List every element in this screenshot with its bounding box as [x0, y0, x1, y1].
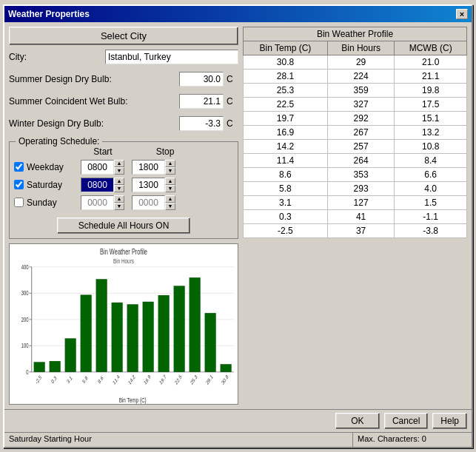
city-row: City:	[9, 50, 238, 64]
saturday-start-input[interactable]	[81, 178, 114, 192]
weekday-checkbox-label: Weekday	[14, 162, 81, 172]
table-row: 11.42648.4	[244, 153, 467, 167]
svg-rect-42	[205, 313, 216, 371]
content-area: Select City City: Summer Design Dry Bulb…	[4, 22, 472, 409]
sunday-stop-input[interactable]	[132, 195, 165, 210]
saturday-stop-spinner: ▲ ▼	[132, 178, 175, 192]
status-left: Saturday Starting Hour	[4, 433, 353, 447]
table-row: 0.341-1.1	[244, 209, 467, 223]
svg-text:200: 200	[21, 315, 29, 323]
table-row: 28.122421.1	[244, 69, 467, 83]
svg-rect-32	[127, 304, 138, 371]
svg-rect-36	[158, 295, 170, 372]
svg-rect-28	[96, 279, 107, 371]
weekday-stop-spinner: ▲ ▼	[132, 160, 175, 175]
table-row: 3.11271.5	[244, 195, 467, 209]
weekday-row: Weekday ▲ ▼ ▲ ▼	[14, 160, 233, 175]
summer-dry-bulb-label: Summer Design Dry Bulb:	[9, 74, 179, 84]
status-right: Max. Characters: 0	[353, 433, 472, 447]
saturday-label: Saturday	[27, 180, 62, 190]
summer-dry-bulb-input[interactable]	[179, 72, 224, 87]
table-cell-bin_hours: 359	[327, 83, 394, 97]
saturday-start-down-btn[interactable]: ▼	[114, 185, 124, 192]
close-button[interactable]: ×	[456, 9, 468, 19]
sunday-row: Sunday ▲ ▼ ▲ ▼	[14, 195, 233, 210]
winter-dry-bulb-input[interactable]	[179, 116, 224, 131]
table-cell-bin_temp: 19.7	[244, 111, 328, 125]
bin-weather-chart: Bin Weather ProfileBin Hours010020030040…	[10, 244, 238, 404]
table-cell-bin_temp: 16.9	[244, 125, 328, 139]
weekday-label: Weekday	[27, 162, 64, 172]
winter-dry-bulb-label: Winter Design Dry Bulb:	[9, 118, 179, 129]
window-title: Weather Properties	[8, 9, 90, 19]
saturday-stop-up-btn[interactable]: ▲	[165, 178, 175, 185]
cancel-button[interactable]: Cancel	[384, 413, 428, 429]
weekday-checkbox[interactable]	[14, 162, 24, 172]
col-header-bin-hours: Bin Hours	[327, 41, 394, 55]
table-cell-bin_hours: 29	[327, 55, 394, 69]
summer-wet-bulb-input[interactable]	[179, 94, 224, 109]
sunday-start-input[interactable]	[81, 195, 114, 210]
table-row: 25.335919.8	[244, 83, 467, 97]
table-cell-bin_hours: 292	[327, 111, 394, 125]
saturday-checkbox[interactable]	[14, 180, 24, 189]
summer-wet-bulb-label: Summer Coincident Wet Bulb:	[9, 96, 179, 107]
saturday-row: Saturday ▲ ▼ ▲ ▼	[14, 178, 233, 192]
weekday-stop-input[interactable]	[132, 160, 165, 175]
svg-rect-26	[81, 294, 92, 371]
svg-text:Bin Temp (C): Bin Temp (C)	[119, 397, 147, 404]
saturday-stop-input[interactable]	[132, 178, 165, 192]
help-button[interactable]: Help	[432, 413, 467, 429]
saturday-checkbox-label: Saturday	[14, 180, 81, 190]
sunday-stop-btns: ▲ ▼	[165, 195, 175, 210]
table-cell-bin_hours: 127	[327, 195, 394, 209]
stop-col-header: Stop	[143, 146, 187, 157]
svg-text:100: 100	[21, 342, 29, 349]
sunday-start-spinner: ▲ ▼	[81, 195, 124, 210]
start-col-header: Start	[81, 146, 125, 157]
sunday-stop-down-btn[interactable]: ▼	[165, 203, 175, 210]
table-cell-bin_hours: 293	[327, 181, 394, 195]
table-cell-bin_temp: 30.8	[244, 55, 328, 69]
weekday-start-down-btn[interactable]: ▼	[114, 167, 124, 175]
sunday-stop-up-btn[interactable]: ▲	[165, 195, 175, 203]
schedule-all-button[interactable]: Schedule All Hours ON	[57, 217, 190, 234]
table-cell-bin_temp: 0.3	[244, 209, 328, 223]
col-header-bin-temp: Bin Temp (C)	[244, 41, 328, 55]
svg-text:Bin Weather Profile: Bin Weather Profile	[100, 247, 147, 256]
table-cell-bin_temp: -2.5	[244, 223, 328, 237]
saturday-stop-down-btn[interactable]: ▼	[165, 185, 175, 192]
svg-rect-44	[221, 364, 232, 371]
title-bar: Weather Properties ×	[4, 6, 472, 22]
select-city-button[interactable]: Select City	[9, 27, 238, 45]
ok-button[interactable]: OK	[335, 413, 380, 429]
weekday-start-spinner: ▲ ▼	[81, 160, 124, 175]
city-input[interactable]	[105, 50, 238, 64]
summer-dry-bulb-row: Summer Design Dry Bulb: C	[9, 72, 238, 87]
sunday-start-up-btn[interactable]: ▲	[114, 195, 124, 203]
sunday-start-btns: ▲ ▼	[114, 195, 124, 210]
saturday-start-up-btn[interactable]: ▲	[114, 178, 124, 185]
summer-dry-bulb-unit: C	[227, 74, 238, 84]
svg-rect-20	[34, 362, 45, 371]
saturday-stop-btns: ▲ ▼	[165, 178, 175, 192]
table-cell-mcwb: 19.8	[395, 83, 467, 97]
weekday-stop-down-btn[interactable]: ▼	[165, 167, 175, 175]
weather-properties-window: Weather Properties × Select City City: S…	[3, 4, 473, 448]
svg-text:0: 0	[26, 368, 28, 375]
table-row: 16.926713.2	[244, 125, 467, 139]
table-cell-mcwb: 15.1	[395, 111, 467, 125]
svg-rect-40	[190, 277, 201, 371]
table-cell-mcwb: 1.5	[395, 195, 467, 209]
weekday-start-up-btn[interactable]: ▲	[114, 160, 124, 167]
summer-wet-bulb-unit: C	[227, 96, 238, 107]
weekday-stop-up-btn[interactable]: ▲	[165, 160, 175, 167]
table-cell-bin_hours: 37	[327, 223, 394, 237]
operating-schedule-title: Operating Schedule:	[16, 136, 102, 146]
svg-rect-30	[112, 303, 123, 372]
sunday-stop-spinner: ▲ ▼	[132, 195, 175, 210]
sunday-start-down-btn[interactable]: ▼	[114, 203, 124, 210]
table-cell-mcwb: 17.5	[395, 97, 467, 111]
weekday-start-input[interactable]	[81, 160, 114, 175]
sunday-checkbox[interactable]	[14, 198, 24, 207]
